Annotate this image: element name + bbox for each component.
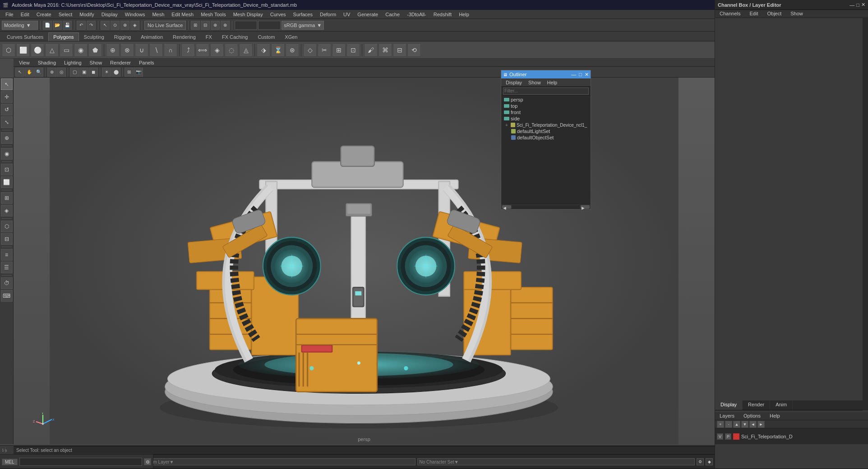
soft-select-btn[interactable]: ◉	[1, 148, 13, 160]
anim-layer-dropdown[interactable]: No Anim Layer ▼	[138, 458, 416, 465]
shelf-icon-cone[interactable]: △	[45, 43, 59, 57]
outliner-expand-icon[interactable]: +	[504, 122, 509, 128]
undo-btn[interactable]: ↶	[77, 21, 86, 30]
menu-surfaces[interactable]: Surfaces	[290, 11, 316, 18]
menu-edit-mesh[interactable]: Edit Mesh	[168, 11, 197, 18]
hypershade-btn[interactable]: ⬡	[1, 221, 13, 232]
outliner-item-device[interactable]: + Sci_Fi_Teleportation_Device_ncl1_	[502, 122, 590, 128]
shelf-icon-smooth[interactable]: ◌	[225, 43, 238, 57]
new-file-btn[interactable]: 📄	[43, 21, 52, 30]
shelf-icon-select-sim[interactable]: ◇	[303, 43, 317, 57]
render-view-btn[interactable]: ◈	[1, 205, 13, 216]
grid-btn[interactable]: ⊞	[191, 21, 200, 30]
shelf-icon-insert-loop[interactable]: ⊞	[332, 43, 346, 57]
vp-focus-btn[interactable]: ⊕	[47, 68, 56, 77]
outliner-item-objectset[interactable]: defaultObjectSet	[502, 134, 590, 141]
menu-deform[interactable]: Deform	[316, 11, 340, 18]
view-menu-view[interactable]: View	[15, 60, 33, 66]
menu-modify[interactable]: Modify	[76, 11, 97, 18]
outliner-minimize[interactable]: —	[571, 72, 576, 77]
vp-smooth-btn[interactable]: ▣	[79, 68, 88, 77]
outliner-hscrollbar[interactable]: ◄ ►	[501, 204, 591, 209]
shelf-icon-merge[interactable]: ⌛	[271, 43, 285, 57]
vp-grid-toggle[interactable]: ⊞	[125, 68, 134, 77]
menu-3dto[interactable]: -3DtoAll-	[403, 11, 430, 18]
channel-box-restore[interactable]: □	[856, 2, 859, 8]
shelf-icon-lattice[interactable]: ⊟	[393, 43, 406, 57]
attribute-editor-btn[interactable]: ≡	[1, 249, 13, 261]
shelf-icon-target-weld[interactable]: ⊛	[286, 43, 299, 57]
outliner-menu-display[interactable]: Display	[503, 79, 525, 86]
shelf-tab-sculpting[interactable]: Sculpting	[79, 32, 109, 41]
shelf-tab-custom[interactable]: Custom	[253, 32, 280, 41]
outliner-menu-help[interactable]: Help	[545, 79, 560, 86]
shelf-icon-bevel[interactable]: ⬗	[257, 43, 270, 57]
outliner-restore[interactable]: □	[579, 72, 582, 77]
snap-icon-btn[interactable]: ⊡	[1, 164, 13, 175]
open-btn[interactable]: 📂	[53, 21, 62, 30]
menu-display[interactable]: Display	[98, 11, 121, 18]
vp-zoom-btn[interactable]: 🔍	[34, 68, 43, 77]
move-tool-btn[interactable]: ✛	[1, 91, 13, 103]
menu-curves[interactable]: Curves	[267, 11, 290, 18]
snap-line-btn[interactable]: ⊗	[221, 21, 230, 30]
menu-edit[interactable]: Edit	[17, 11, 33, 18]
shelf-icon-soft-mod[interactable]: ⌘	[379, 43, 392, 57]
menu-generate[interactable]: Generate	[354, 11, 382, 18]
shelf-icon-bool-diff[interactable]: ∖	[149, 43, 163, 57]
menu-mesh[interactable]: Mesh	[148, 11, 168, 18]
shelf-icon-paint-sel[interactable]: 🖌	[364, 43, 378, 57]
shelf-icon-cube[interactable]: ⬜	[16, 43, 30, 57]
outliner-menu-show[interactable]: Show	[526, 79, 544, 86]
dr-tab-anim[interactable]: Anim	[770, 400, 793, 410]
layer-up-btn[interactable]: ▲	[733, 421, 740, 428]
lasso-btn[interactable]: ⊙	[111, 21, 120, 30]
cb-tab-channels[interactable]: Channels	[715, 10, 745, 18]
channel-box-minimize[interactable]: —	[850, 2, 854, 8]
shelf-tab-fxcaching[interactable]: FX Caching	[217, 32, 253, 41]
shelf-tab-xgen[interactable]: XGen	[280, 32, 302, 41]
view-menu-renderer[interactable]: Renderer	[106, 60, 134, 66]
layers-tab-help[interactable]: Help	[765, 412, 785, 420]
shelf-icon-separate[interactable]: ⊗	[120, 43, 134, 57]
value1-input[interactable]: 0.00	[235, 21, 257, 30]
view-menu-panels[interactable]: Panels	[135, 60, 158, 66]
shelf-icon-cyl[interactable]: ⚪	[31, 43, 44, 57]
shelf-icon-triangulate[interactable]: ◬	[239, 43, 253, 57]
redo-btn[interactable]: ↷	[87, 21, 96, 30]
anim-pref-btn[interactable]: ⚙	[697, 458, 704, 465]
layer-prev-btn[interactable]: ◄	[749, 421, 757, 428]
channel-box-btn[interactable]: ☰	[1, 262, 13, 273]
cb-tab-show[interactable]: Show	[786, 10, 808, 18]
universal-tool-btn[interactable]: ⊕	[1, 132, 13, 144]
menu-uv[interactable]: UV	[340, 11, 354, 18]
char-set-dropdown[interactable]: No Character Set ▼	[417, 458, 695, 465]
main-viewport[interactable]: X Y Z persp	[14, 78, 715, 444]
anim-key-btn[interactable]: ◆	[706, 458, 713, 465]
layer-delete-btn[interactable]: -	[725, 421, 732, 428]
navigation-gizmo[interactable]: X Y Z	[32, 413, 54, 435]
mode-dropdown[interactable]: Modeling ▼	[2, 21, 38, 30]
shelf-icon-fill-hole[interactable]: ◈	[210, 43, 224, 57]
timeline-editor-btn[interactable]: ⏱	[1, 277, 13, 289]
channel-box-close[interactable]: ✕	[861, 2, 865, 8]
layers-tab-options[interactable]: Options	[739, 412, 765, 420]
shelf-tab-curves[interactable]: Curves Surfaces	[2, 32, 48, 41]
cb-tab-edit[interactable]: Edit	[745, 10, 762, 18]
scale-tool-btn[interactable]: ⤡	[1, 116, 13, 128]
gamma-dropdown[interactable]: sRGB gamma ▼	[282, 21, 324, 30]
snap-vertex-btn[interactable]: ◈	[130, 21, 139, 30]
menu-windows[interactable]: Windows	[121, 11, 149, 18]
layers-tab-layers[interactable]: Layers	[715, 412, 739, 420]
outliner-item-lightset[interactable]: defaultLightSet	[502, 128, 590, 134]
select-tool-btn[interactable]: ↖	[1, 78, 13, 90]
no-live-surface-btn[interactable]: No Live Surface	[144, 21, 186, 30]
outliner-scroll-left[interactable]: ◄	[502, 205, 511, 209]
outliner-scroll-right[interactable]: ►	[581, 205, 590, 209]
paint-btn[interactable]: ⊕	[120, 21, 129, 30]
menu-help[interactable]: Help	[455, 11, 473, 18]
dr-tab-display[interactable]: Display	[715, 400, 743, 410]
vp-camera-btn[interactable]: 📷	[134, 68, 143, 77]
menu-create[interactable]: Create	[33, 11, 55, 18]
select-btn[interactable]: ↖	[101, 21, 110, 30]
